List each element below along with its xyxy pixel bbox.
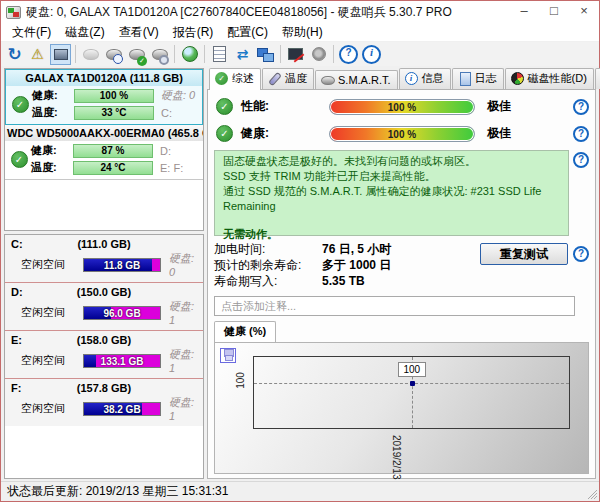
left-panel: GALAX TA1D0120A (111.8 GB) ✓ 健康: 100 % 硬… [4, 68, 204, 479]
save-chart-icon[interactable] [220, 348, 236, 363]
partition-list: C: (111.0 GB) 空闲空间 11.8 GB 硬盘: 0 D: (150… [4, 234, 204, 479]
title-bar: 硬盘: 0, GALAX TA1D0120A [C27607840CEE0481… [1, 1, 599, 23]
disk-item-1[interactable]: WDC WD5000AAKX-00ERMA0 (465.8 GB) ✓ 健康: … [5, 125, 203, 180]
sync-icon[interactable] [232, 44, 253, 65]
disk-item-0[interactable]: GALAX TA1D0120A (111.8 GB) ✓ 健康: 100 % 硬… [5, 69, 203, 125]
partition-size: (157.8 GB) [51, 382, 157, 394]
partition-disk-number: 硬盘: 1 [161, 347, 199, 374]
status-bar: 状态最后更新: 2019/2/13 星期三 15:31:31 [1, 481, 599, 501]
disk-health-bar: 87 % [73, 144, 153, 158]
help-icon[interactable]: ? [573, 99, 589, 115]
menu-report[interactable]: 报告(R) [166, 23, 221, 42]
chart-point-label: 100 [398, 362, 427, 377]
tab-temperature[interactable]: 温度 [262, 68, 314, 89]
free-space-label: 空闲空间 [21, 305, 83, 320]
alert-icon[interactable] [27, 44, 48, 65]
toolbar-separator [333, 45, 334, 63]
performance-rating: 极佳 [487, 98, 511, 115]
ok-icon: ✓ [216, 125, 233, 142]
status-line: 通过 SSD 规范的 S.M.A.R.T. 属性确定的健康状况: #231 SS… [223, 184, 560, 214]
menu-config[interactable]: 配置(C) [220, 23, 275, 42]
resize-grip[interactable] [587, 489, 597, 499]
note-input[interactable] [214, 296, 575, 316]
disk-ok-icon: ✓ [11, 151, 28, 168]
partition-size: (150.0 GB) [51, 286, 157, 298]
screenshot-icon[interactable] [50, 44, 71, 65]
minimize-button[interactable]: – [509, 1, 539, 23]
performance-row: ✓ 性能: 100 % 极佳 ? [214, 93, 589, 120]
help-icon[interactable]: ? [573, 246, 589, 262]
network-globe-icon[interactable] [179, 44, 200, 65]
partition-item-e[interactable]: E: (158.0 GB) 空闲空间 133.1 GB 硬盘: 1 [5, 330, 203, 378]
disk-offline-icon[interactable] [80, 44, 101, 65]
close-button[interactable]: × [569, 1, 599, 23]
report-icon[interactable] [209, 44, 230, 65]
performance-label: 性能: [241, 98, 329, 115]
tab-overview[interactable]: ✓综述 [209, 68, 261, 90]
sound-icon[interactable] [308, 44, 329, 65]
partition-size: (111.0 GB) [51, 238, 157, 250]
status-line: SSD 支持 TRIM 功能并已开启来提高性能。 [223, 169, 560, 184]
refresh-icon[interactable] [4, 44, 25, 65]
partition-item-d[interactable]: D: (150.0 GB) 空闲空间 96.0 GB 硬盘: 1 [5, 282, 203, 330]
ok-icon: ✓ [216, 98, 233, 115]
monitor-edit-icon[interactable] [285, 44, 306, 65]
health-label: 健康: [241, 125, 329, 142]
app-icon [6, 6, 21, 19]
remaining-value: 多于 1000 日 [322, 257, 391, 273]
partition-disk-number: 硬盘: 1 [161, 299, 199, 326]
window-title: 硬盘: 0, GALAX TA1D0120A [C27607840CEE0481… [26, 4, 452, 21]
info-icon[interactable] [361, 44, 382, 65]
status-action-line: 无需动作。 [223, 227, 560, 242]
menu-disk[interactable]: 磁盘(Z) [58, 23, 111, 42]
health-history-chart: 100 100 2019/2/13 [214, 342, 589, 474]
partition-letter: F: [11, 382, 51, 394]
tab-smart[interactable]: S.M.A.R.T. [315, 70, 398, 89]
chart-tab-health[interactable]: 健康 (%) [214, 321, 276, 342]
remaining-label: 预计的剩余寿命: [214, 257, 322, 273]
maximize-button[interactable]: □ [539, 1, 569, 23]
disk-name: WDC WD5000AAKX-00ERMA0 (465.8 GB) [5, 125, 203, 141]
chart-x-tick: 2019/2/13 [391, 435, 402, 480]
help-icon[interactable]: ? [573, 152, 589, 168]
disk-temp-bar: 33 °C [74, 106, 154, 120]
toolbar-separator [174, 45, 175, 63]
poweron-value: 76 日, 5 小时 [322, 241, 391, 257]
menu-file[interactable]: 文件(F) [5, 23, 58, 42]
menu-view[interactable]: 查看(V) [112, 23, 166, 42]
toolbar-separator [204, 45, 205, 63]
partition-letter: C: [11, 238, 51, 250]
partition-item-f[interactable]: F: (157.8 GB) 空闲空间 38.2 GB 硬盘: 1 [5, 378, 203, 426]
partition-item-c[interactable]: C: (111.0 GB) 空闲空间 11.8 GB 硬盘: 0 [5, 235, 203, 282]
free-space-label: 空闲空间 [21, 257, 83, 272]
tab-information[interactable]: i信息 [399, 68, 451, 89]
writes-label: 寿命期写入: [214, 273, 322, 289]
toolbar-separator [280, 45, 281, 63]
help-icon[interactable]: ? [573, 126, 589, 142]
disk-check-icon[interactable] [126, 44, 147, 65]
performance-bar: 100 % [329, 99, 475, 115]
status-text-box: 固态硬盘状态是极好的。未找到有问题的或坏扇区。 SSD 支持 TRIM 功能并已… [214, 150, 569, 236]
partition-disk-number: 硬盘: 0 [161, 251, 199, 278]
tab-alerts[interactable]: 警报(A) [595, 68, 600, 89]
menu-help[interactable]: 帮助(H) [275, 23, 330, 42]
app-window: 硬盘: 0, GALAX TA1D0120A [C27607840CEE0481… [0, 0, 600, 502]
help-icon[interactable] [338, 44, 359, 65]
status-line: 固态硬盘状态是极好的。未找到有问题的或坏扇区。 [223, 154, 560, 169]
tab-log[interactable]: 日志 [452, 68, 504, 89]
free-space-label: 空闲空间 [21, 353, 83, 368]
disk-icon [321, 73, 334, 86]
temp-label: 温度: [32, 105, 74, 120]
poweron-label: 加电时间: [214, 241, 322, 257]
health-rating: 极佳 [487, 125, 511, 142]
disk-clock-icon[interactable] [103, 44, 124, 65]
retest-button[interactable]: 重复测试 [480, 243, 568, 265]
disk-number: 硬盘: 0 [154, 88, 198, 103]
disk-list: GALAX TA1D0120A (111.8 GB) ✓ 健康: 100 % 硬… [4, 68, 204, 231]
chart-y-tick: 100 [235, 372, 246, 389]
disk-ok-icon: ✓ [12, 96, 29, 113]
disk-name: GALAX TA1D0120A (111.8 GB) [6, 70, 202, 86]
remote-icon[interactable] [255, 44, 276, 65]
tab-disk-performance[interactable]: 磁盘性能(D) [505, 68, 594, 89]
disk-search-icon[interactable] [149, 44, 170, 65]
